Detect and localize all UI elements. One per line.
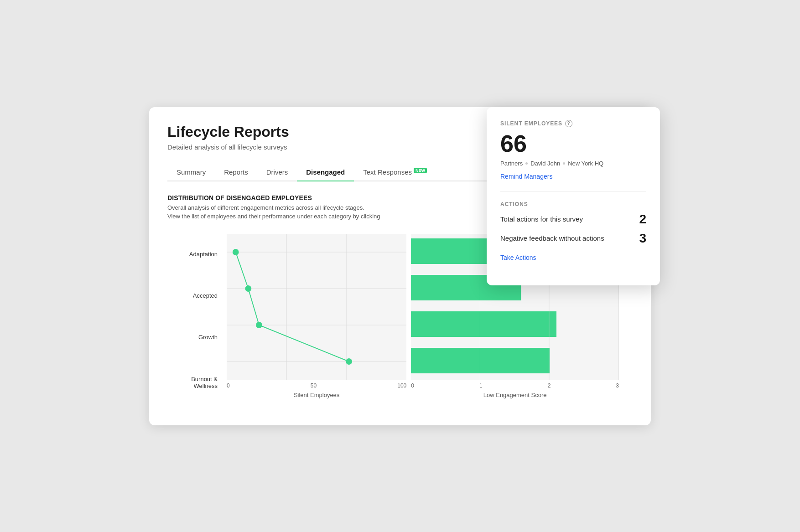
- y-label-burnout: Burnout & Wellness: [167, 376, 222, 390]
- dot-chart-inner: [227, 234, 406, 380]
- y-label-accepted: Accepted: [167, 292, 222, 300]
- negative-feedback-value: 3: [639, 231, 646, 246]
- total-actions-value: 2: [639, 212, 646, 227]
- dot-chart-x-label: Silent Employees: [227, 392, 406, 398]
- y-label-adaptation: Adaptation: [167, 251, 222, 258]
- bar-x-tick-0: 0: [411, 382, 414, 389]
- remind-managers-link[interactable]: Remind Managers: [500, 173, 552, 180]
- actions-title: ACTIONS: [500, 201, 646, 207]
- y-label-growth: Growth: [167, 334, 222, 341]
- total-actions-label: Total actions for this survey: [500, 215, 583, 223]
- silent-count: 66: [500, 132, 646, 155]
- bar-chart-x-label: Low Engagement Score: [411, 392, 619, 398]
- x-axis-bar: 0 1 2 3: [411, 380, 619, 389]
- bar-x-tick-2: 2: [548, 382, 551, 389]
- x-tick-0: 0: [227, 382, 230, 389]
- svg-point-6: [233, 249, 239, 255]
- help-icon[interactable]: ?: [565, 120, 572, 127]
- new-badge: NEW: [414, 168, 427, 173]
- dot-chart-wrapper: Adaptation Accepted Growth Burnout & Wel…: [167, 234, 411, 407]
- svg-rect-13: [411, 348, 550, 373]
- y-labels: Adaptation Accepted Growth Burnout & Wel…: [167, 234, 222, 407]
- bar-x-tick-1: 1: [479, 382, 483, 389]
- actions-section: ACTIONS Total actions for this survey 2 …: [500, 201, 646, 262]
- svg-rect-12: [411, 311, 556, 337]
- tab-disengaged[interactable]: Disengaged: [297, 164, 354, 181]
- svg-point-9: [346, 358, 352, 365]
- filter-ny[interactable]: New York HQ: [568, 160, 603, 167]
- tab-reports[interactable]: Reports: [215, 164, 257, 181]
- x-axis-dot: 0 50 100: [227, 380, 406, 389]
- popup-divider: [500, 191, 646, 192]
- dot-chart-svg: [227, 234, 406, 380]
- tab-text-responses[interactable]: Text ResponsesNEW: [354, 164, 436, 181]
- silent-employees-title: SILENT EMPLOYEES ?: [500, 120, 646, 127]
- bar-x-tick-3: 3: [616, 382, 619, 389]
- x-tick-100: 100: [397, 382, 406, 389]
- filter-partners[interactable]: Partners: [500, 160, 523, 167]
- dot-sep-2: [563, 162, 565, 165]
- negative-feedback-row: Negative feedback without actions 3: [500, 231, 646, 246]
- negative-feedback-label: Negative feedback without actions: [500, 234, 604, 242]
- dot-sep-1: [525, 162, 528, 165]
- filter-david[interactable]: David John: [530, 160, 560, 167]
- dot-chart: Adaptation Accepted Growth Burnout & Wel…: [167, 234, 411, 407]
- x-tick-50: 50: [311, 382, 317, 389]
- tab-summary[interactable]: Summary: [167, 164, 215, 181]
- silent-employees-section: SILENT EMPLOYEES ? 66 Partners David Joh…: [500, 120, 646, 181]
- popup-card: SILENT EMPLOYEES ? 66 Partners David Joh…: [487, 107, 660, 285]
- tab-drivers[interactable]: Drivers: [257, 164, 297, 181]
- svg-point-8: [256, 322, 262, 328]
- take-actions-link[interactable]: Take Actions: [500, 254, 536, 261]
- filter-pills: Partners David John New York HQ: [500, 160, 646, 167]
- svg-point-7: [245, 285, 251, 292]
- total-actions-row: Total actions for this survey 2: [500, 212, 646, 227]
